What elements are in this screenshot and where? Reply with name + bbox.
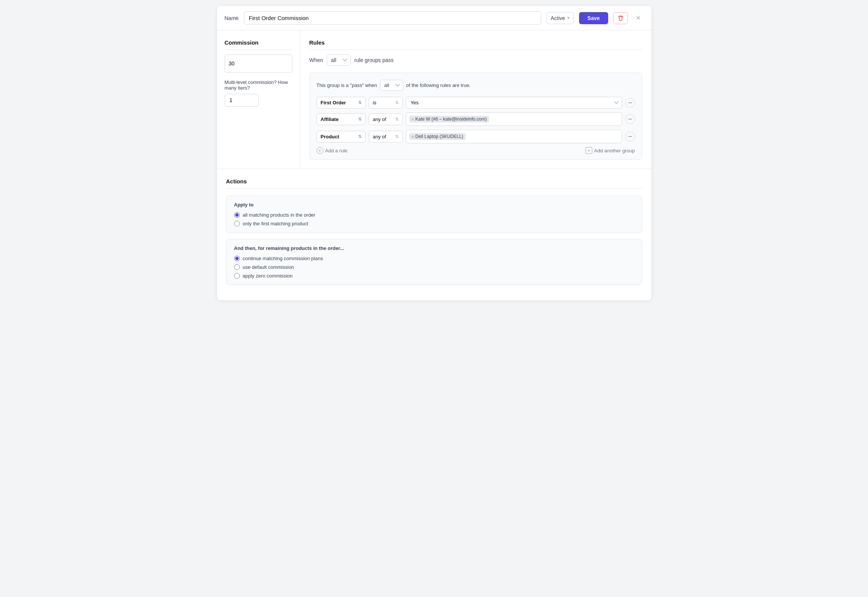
radio-all-matching-input[interactable]: [234, 212, 240, 218]
when-label: When: [309, 57, 323, 63]
square-plus-icon: +: [585, 147, 592, 154]
actions-title: Actions: [226, 178, 642, 189]
minus-icon: [628, 101, 632, 105]
chevron-updown-icon: ⇅: [358, 134, 362, 139]
rule-op-label: any of: [373, 116, 386, 122]
commission-title: Commission: [225, 39, 292, 50]
close-button[interactable]: ×: [633, 12, 644, 24]
product-tag: × Dell Laptop (SKUDELL): [409, 133, 466, 140]
when-select[interactable]: all any: [327, 54, 351, 66]
rule-op-any-of-product[interactable]: any of ⇅: [369, 131, 403, 143]
rule-op-label: is: [373, 100, 376, 105]
radio-apply-zero: apply zero commission: [234, 273, 634, 279]
rule-field-label: Product: [321, 134, 339, 140]
rule-op-any-of-affiliate[interactable]: any of ⇅: [369, 113, 403, 125]
rule-row-product: Product ⇅ any of ⇅ × Dell Laptop (SKUDEL…: [317, 130, 635, 143]
radio-continue-matching-input[interactable]: [234, 256, 240, 261]
remove-rule-button-2[interactable]: [625, 114, 635, 124]
name-input[interactable]: [244, 11, 541, 25]
pass-value-select[interactable]: all any: [380, 80, 403, 91]
remaining-products-title: And then, for remaining products in the …: [234, 245, 634, 251]
radio-all-matching: all matching products in the order: [234, 212, 634, 218]
rules-title: Rules: [309, 39, 642, 50]
apply-to-group: Apply to all matching products in the or…: [226, 195, 642, 233]
name-label: Name: [225, 15, 239, 21]
header: Name Active ▾ Save ×: [217, 6, 651, 30]
commission-panel: Commission Percentage (%) ▾ Multi-level …: [217, 30, 300, 169]
radio-apply-zero-input[interactable]: [234, 273, 240, 279]
rule-row-first-order: First Order ⇅ is ⇅ Yes No: [317, 97, 635, 109]
rule-group-box: This group is a "pass" when all any of t…: [309, 73, 642, 160]
rule-value-yes[interactable]: Yes No: [406, 97, 622, 109]
commission-value-input[interactable]: [225, 57, 292, 70]
affiliate-tag-input[interactable]: × Kate W (#6 – kate@insideinfo.com): [406, 112, 622, 126]
multilevel-label: Multi-level commission? How many tiers?: [225, 79, 292, 91]
tag-remove-icon[interactable]: ×: [411, 134, 415, 139]
add-rule-label: Add a rule: [325, 148, 348, 154]
add-group-label: Add another group: [594, 148, 635, 154]
top-content: Commission Percentage (%) ▾ Multi-level …: [217, 30, 651, 169]
radio-use-default-input[interactable]: [234, 264, 240, 270]
rule-op-is[interactable]: is ⇅: [369, 97, 403, 109]
delete-button[interactable]: [613, 12, 628, 24]
status-select[interactable]: Active ▾: [547, 12, 574, 24]
tag-label: Kate W (#6 – kate@insideinfo.com): [415, 116, 487, 122]
pass-label: This group is a "pass" when: [317, 82, 377, 88]
rule-groups-pass-label: rule groups pass: [354, 57, 394, 63]
radio-first-matching-label: only the first matching product: [243, 221, 308, 226]
chevron-updown-icon: ⇅: [395, 134, 399, 139]
status-value: Active: [551, 15, 565, 21]
rule-field-first-order[interactable]: First Order ⇅: [317, 97, 366, 109]
of-following-label: of the following rules are true.: [406, 82, 471, 88]
rule-field-label: Affiliate: [321, 116, 339, 122]
rule-row-affiliate: Affiliate ⇅ any of ⇅ × Kate W (#6 – kate…: [317, 112, 635, 126]
rule-field-affiliate[interactable]: Affiliate ⇅: [317, 113, 366, 125]
rule-actions-row: + Add a rule + Add another group: [317, 147, 635, 154]
rules-panel: Rules When all any rule groups pass This…: [300, 30, 651, 169]
affiliate-tag: × Kate W (#6 – kate@insideinfo.com): [409, 116, 489, 123]
add-rule-button[interactable]: + Add a rule: [317, 147, 348, 154]
chevron-down-icon: ▾: [567, 16, 570, 20]
tiers-input[interactable]: [225, 94, 259, 107]
radio-continue-matching-label: continue matching commission plans: [243, 256, 323, 261]
minus-icon: [628, 134, 632, 139]
tag-label: Dell Laptop (SKUDELL): [415, 134, 463, 139]
chevron-updown-icon: ⇅: [395, 117, 399, 122]
rule-field-label: First Order: [321, 100, 346, 105]
chevron-updown-icon: ⇅: [395, 100, 399, 105]
radio-first-matching-input[interactable]: [234, 221, 240, 226]
radio-all-matching-label: all matching products in the order: [243, 212, 315, 218]
apply-to-title: Apply to: [234, 202, 634, 208]
add-group-button[interactable]: + Add another group: [585, 147, 635, 154]
content-area: Commission Percentage (%) ▾ Multi-level …: [217, 30, 651, 300]
product-tag-input[interactable]: × Dell Laptop (SKUDELL): [406, 130, 622, 143]
radio-first-matching: only the first matching product: [234, 221, 634, 226]
remove-rule-button-1[interactable]: [625, 98, 635, 108]
chevron-updown-icon: ⇅: [358, 117, 362, 122]
radio-use-default-label: use default commission: [243, 264, 294, 270]
remove-rule-button-3[interactable]: [625, 132, 635, 141]
tag-remove-icon[interactable]: ×: [411, 117, 415, 122]
commission-value-row: Percentage (%) ▾: [225, 54, 292, 73]
chevron-updown-icon: ⇅: [358, 100, 362, 105]
actions-section: Actions Apply to all matching products i…: [217, 169, 651, 300]
minus-icon: [628, 117, 632, 121]
when-row: When all any rule groups pass: [309, 54, 642, 66]
save-button[interactable]: Save: [579, 12, 608, 24]
rule-op-label: any of: [373, 134, 386, 140]
trash-icon: [618, 15, 624, 21]
radio-use-default: use default commission: [234, 264, 634, 270]
radio-continue-matching: continue matching commission plans: [234, 256, 634, 261]
circle-plus-icon: +: [317, 147, 323, 154]
rule-field-product[interactable]: Product ⇅: [317, 131, 366, 143]
radio-apply-zero-label: apply zero commission: [243, 273, 293, 279]
remaining-products-group: And then, for remaining products in the …: [226, 239, 642, 285]
group-header: This group is a "pass" when all any of t…: [317, 80, 635, 91]
